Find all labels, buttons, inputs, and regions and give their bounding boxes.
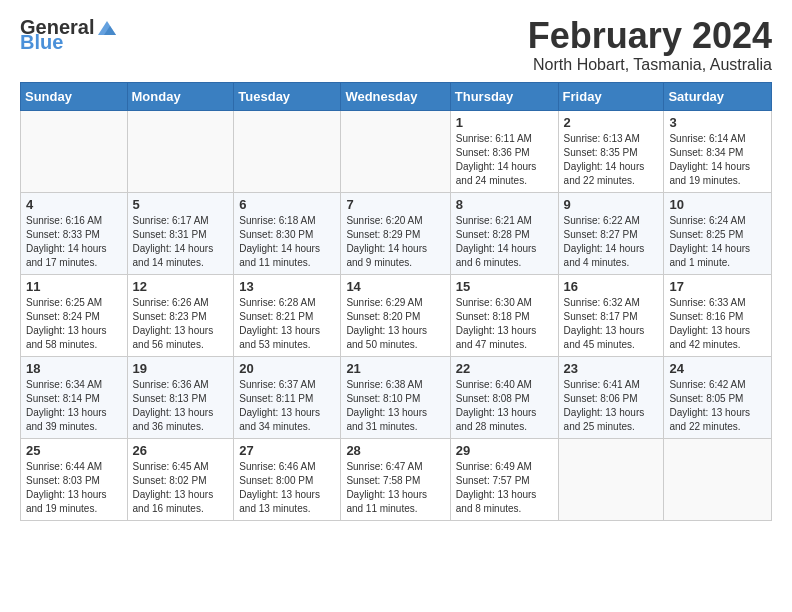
day-info: Sunrise: 6:44 AM Sunset: 8:03 PM Dayligh… (26, 460, 122, 516)
calendar-cell (127, 110, 234, 192)
day-info: Sunrise: 6:47 AM Sunset: 7:58 PM Dayligh… (346, 460, 444, 516)
day-number: 5 (133, 197, 229, 212)
day-info: Sunrise: 6:29 AM Sunset: 8:20 PM Dayligh… (346, 296, 444, 352)
day-number: 20 (239, 361, 335, 376)
calendar-cell: 2Sunrise: 6:13 AM Sunset: 8:35 PM Daylig… (558, 110, 664, 192)
calendar-cell (664, 438, 772, 520)
day-info: Sunrise: 6:49 AM Sunset: 7:57 PM Dayligh… (456, 460, 553, 516)
calendar-header-thursday: Thursday (450, 82, 558, 110)
calendar-week-row: 1Sunrise: 6:11 AM Sunset: 8:36 PM Daylig… (21, 110, 772, 192)
day-number: 8 (456, 197, 553, 212)
calendar-week-row: 18Sunrise: 6:34 AM Sunset: 8:14 PM Dayli… (21, 356, 772, 438)
day-number: 9 (564, 197, 659, 212)
day-number: 13 (239, 279, 335, 294)
day-number: 25 (26, 443, 122, 458)
day-info: Sunrise: 6:28 AM Sunset: 8:21 PM Dayligh… (239, 296, 335, 352)
calendar-header-saturday: Saturday (664, 82, 772, 110)
day-number: 14 (346, 279, 444, 294)
calendar-cell: 24Sunrise: 6:42 AM Sunset: 8:05 PM Dayli… (664, 356, 772, 438)
day-number: 19 (133, 361, 229, 376)
calendar-cell: 23Sunrise: 6:41 AM Sunset: 8:06 PM Dayli… (558, 356, 664, 438)
day-info: Sunrise: 6:38 AM Sunset: 8:10 PM Dayligh… (346, 378, 444, 434)
calendar-week-row: 11Sunrise: 6:25 AM Sunset: 8:24 PM Dayli… (21, 274, 772, 356)
day-info: Sunrise: 6:42 AM Sunset: 8:05 PM Dayligh… (669, 378, 766, 434)
calendar-cell: 9Sunrise: 6:22 AM Sunset: 8:27 PM Daylig… (558, 192, 664, 274)
calendar-cell (558, 438, 664, 520)
day-info: Sunrise: 6:24 AM Sunset: 8:25 PM Dayligh… (669, 214, 766, 270)
calendar-cell: 7Sunrise: 6:20 AM Sunset: 8:29 PM Daylig… (341, 192, 450, 274)
calendar-cell: 28Sunrise: 6:47 AM Sunset: 7:58 PM Dayli… (341, 438, 450, 520)
calendar-cell: 21Sunrise: 6:38 AM Sunset: 8:10 PM Dayli… (341, 356, 450, 438)
calendar-header-row: SundayMondayTuesdayWednesdayThursdayFrid… (21, 82, 772, 110)
day-number: 11 (26, 279, 122, 294)
calendar-cell: 25Sunrise: 6:44 AM Sunset: 8:03 PM Dayli… (21, 438, 128, 520)
day-info: Sunrise: 6:34 AM Sunset: 8:14 PM Dayligh… (26, 378, 122, 434)
calendar-cell (341, 110, 450, 192)
day-info: Sunrise: 6:33 AM Sunset: 8:16 PM Dayligh… (669, 296, 766, 352)
calendar-cell: 12Sunrise: 6:26 AM Sunset: 8:23 PM Dayli… (127, 274, 234, 356)
logo-blue-text: Blue (20, 31, 63, 54)
day-info: Sunrise: 6:26 AM Sunset: 8:23 PM Dayligh… (133, 296, 229, 352)
calendar-cell: 27Sunrise: 6:46 AM Sunset: 8:00 PM Dayli… (234, 438, 341, 520)
calendar-header-wednesday: Wednesday (341, 82, 450, 110)
calendar-cell (21, 110, 128, 192)
calendar-cell: 17Sunrise: 6:33 AM Sunset: 8:16 PM Dayli… (664, 274, 772, 356)
day-number: 29 (456, 443, 553, 458)
calendar-header-sunday: Sunday (21, 82, 128, 110)
calendar-cell: 13Sunrise: 6:28 AM Sunset: 8:21 PM Dayli… (234, 274, 341, 356)
day-info: Sunrise: 6:18 AM Sunset: 8:30 PM Dayligh… (239, 214, 335, 270)
subtitle: North Hobart, Tasmania, Australia (528, 56, 772, 74)
calendar-cell: 29Sunrise: 6:49 AM Sunset: 7:57 PM Dayli… (450, 438, 558, 520)
day-info: Sunrise: 6:25 AM Sunset: 8:24 PM Dayligh… (26, 296, 122, 352)
calendar-header-friday: Friday (558, 82, 664, 110)
day-number: 16 (564, 279, 659, 294)
day-number: 22 (456, 361, 553, 376)
day-number: 26 (133, 443, 229, 458)
logo-area: General Blue (20, 16, 118, 54)
day-number: 4 (26, 197, 122, 212)
header: General Blue February 2024 North Hobart,… (20, 16, 772, 74)
day-info: Sunrise: 6:37 AM Sunset: 8:11 PM Dayligh… (239, 378, 335, 434)
day-number: 27 (239, 443, 335, 458)
logo-icon (96, 17, 118, 39)
day-number: 17 (669, 279, 766, 294)
day-info: Sunrise: 6:40 AM Sunset: 8:08 PM Dayligh… (456, 378, 553, 434)
day-info: Sunrise: 6:46 AM Sunset: 8:00 PM Dayligh… (239, 460, 335, 516)
day-number: 10 (669, 197, 766, 212)
day-info: Sunrise: 6:32 AM Sunset: 8:17 PM Dayligh… (564, 296, 659, 352)
day-info: Sunrise: 6:14 AM Sunset: 8:34 PM Dayligh… (669, 132, 766, 188)
calendar-cell: 22Sunrise: 6:40 AM Sunset: 8:08 PM Dayli… (450, 356, 558, 438)
calendar-cell: 1Sunrise: 6:11 AM Sunset: 8:36 PM Daylig… (450, 110, 558, 192)
day-number: 12 (133, 279, 229, 294)
calendar-cell (234, 110, 341, 192)
calendar-cell: 5Sunrise: 6:17 AM Sunset: 8:31 PM Daylig… (127, 192, 234, 274)
day-info: Sunrise: 6:21 AM Sunset: 8:28 PM Dayligh… (456, 214, 553, 270)
day-info: Sunrise: 6:30 AM Sunset: 8:18 PM Dayligh… (456, 296, 553, 352)
day-info: Sunrise: 6:22 AM Sunset: 8:27 PM Dayligh… (564, 214, 659, 270)
calendar-cell: 3Sunrise: 6:14 AM Sunset: 8:34 PM Daylig… (664, 110, 772, 192)
page: General Blue February 2024 North Hobart,… (0, 0, 792, 531)
calendar-cell: 16Sunrise: 6:32 AM Sunset: 8:17 PM Dayli… (558, 274, 664, 356)
calendar-cell: 26Sunrise: 6:45 AM Sunset: 8:02 PM Dayli… (127, 438, 234, 520)
day-info: Sunrise: 6:20 AM Sunset: 8:29 PM Dayligh… (346, 214, 444, 270)
day-info: Sunrise: 6:13 AM Sunset: 8:35 PM Dayligh… (564, 132, 659, 188)
day-number: 18 (26, 361, 122, 376)
calendar-cell: 18Sunrise: 6:34 AM Sunset: 8:14 PM Dayli… (21, 356, 128, 438)
day-info: Sunrise: 6:41 AM Sunset: 8:06 PM Dayligh… (564, 378, 659, 434)
calendar-cell: 11Sunrise: 6:25 AM Sunset: 8:24 PM Dayli… (21, 274, 128, 356)
day-number: 21 (346, 361, 444, 376)
day-number: 15 (456, 279, 553, 294)
day-info: Sunrise: 6:45 AM Sunset: 8:02 PM Dayligh… (133, 460, 229, 516)
day-number: 7 (346, 197, 444, 212)
day-number: 24 (669, 361, 766, 376)
day-number: 3 (669, 115, 766, 130)
day-info: Sunrise: 6:11 AM Sunset: 8:36 PM Dayligh… (456, 132, 553, 188)
day-number: 23 (564, 361, 659, 376)
calendar-cell: 15Sunrise: 6:30 AM Sunset: 8:18 PM Dayli… (450, 274, 558, 356)
day-number: 6 (239, 197, 335, 212)
day-info: Sunrise: 6:36 AM Sunset: 8:13 PM Dayligh… (133, 378, 229, 434)
calendar-week-row: 4Sunrise: 6:16 AM Sunset: 8:33 PM Daylig… (21, 192, 772, 274)
calendar-cell: 19Sunrise: 6:36 AM Sunset: 8:13 PM Dayli… (127, 356, 234, 438)
calendar-header-tuesday: Tuesday (234, 82, 341, 110)
day-info: Sunrise: 6:17 AM Sunset: 8:31 PM Dayligh… (133, 214, 229, 270)
